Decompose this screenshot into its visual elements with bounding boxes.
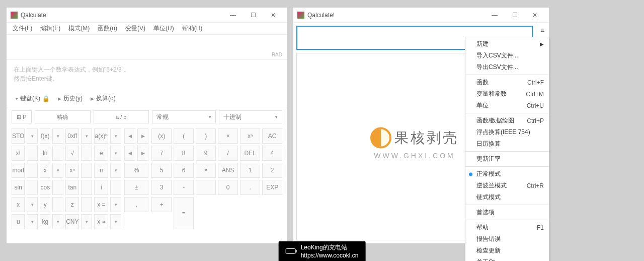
key[interactable]: DEL — [240, 146, 260, 161]
key[interactable]: mod — [12, 163, 25, 178]
key[interactable]: ▾ — [110, 214, 121, 229]
key[interactable]: 6 — [174, 163, 194, 178]
key[interactable]: (x) — [151, 128, 172, 144]
key-right[interactable]: ▶ — [137, 146, 148, 161]
key[interactable]: ▾ — [52, 214, 63, 229]
key[interactable] — [81, 146, 92, 161]
opt-decimal[interactable]: 十进制▾ — [219, 110, 283, 123]
key[interactable]: 0xff — [65, 128, 79, 144]
menu-item[interactable]: 新建▶ — [465, 38, 549, 50]
opt-normal[interactable]: 常规▾ — [152, 110, 216, 123]
key[interactable]: e — [94, 146, 108, 161]
key[interactable]: 2 — [262, 163, 282, 178]
key[interactable] — [52, 197, 63, 212]
key[interactable]: i — [94, 180, 108, 195]
menu-item[interactable]: 导入CSV文件... — [465, 50, 549, 61]
key[interactable]: ▾ — [27, 197, 38, 212]
key[interactable]: EXP — [262, 180, 282, 195]
opt-p[interactable]: ⊞ P — [12, 110, 32, 123]
key[interactable]: ▾ — [52, 163, 63, 178]
key-left[interactable]: ◀ — [124, 128, 135, 144]
key[interactable]: 8 — [174, 146, 194, 161]
key[interactable]: STO — [12, 128, 25, 144]
menu-item[interactable]: 帮助(H) — [178, 23, 207, 34]
key[interactable]: a(x)ᵇ — [94, 128, 108, 144]
menu-icon[interactable]: ≡ — [538, 25, 548, 35]
menu-item[interactable]: 函数(n) — [94, 23, 121, 34]
key[interactable]: x! — [12, 146, 25, 161]
key[interactable]: ) — [196, 128, 216, 144]
key-comma[interactable]: , — [124, 197, 148, 212]
key[interactable]: = — [174, 197, 194, 229]
menu-item[interactable]: 更新汇率 — [465, 153, 549, 165]
menu-item[interactable]: 正常模式 — [465, 168, 549, 180]
key[interactable]: 1 — [240, 163, 260, 178]
key[interactable]: ▾ — [110, 146, 121, 161]
key[interactable] — [81, 163, 92, 178]
key[interactable]: x — [40, 163, 50, 178]
key[interactable]: ▾ — [27, 214, 38, 229]
minimize-button[interactable]: — — [485, 8, 505, 22]
menu-item[interactable]: 报告错误 — [465, 233, 549, 245]
key[interactable]: × — [196, 163, 216, 178]
key[interactable]: tan — [65, 180, 79, 195]
menu-item[interactable]: 单位(U) — [149, 23, 178, 34]
key[interactable]: ln — [40, 146, 50, 161]
minimize-button[interactable]: — — [223, 8, 243, 22]
key[interactable] — [27, 146, 38, 161]
key[interactable]: π — [94, 163, 108, 178]
key[interactable]: xⁿ — [240, 128, 260, 144]
menu-item[interactable]: 检查更新 — [465, 245, 549, 256]
key[interactable]: 4 — [262, 146, 282, 161]
key[interactable] — [27, 180, 38, 195]
key[interactable]: ( — [174, 128, 194, 144]
menu-item[interactable]: 链式模式 — [465, 191, 549, 203]
menu-item[interactable]: 导出CSV文件... — [465, 61, 549, 73]
menu-item[interactable]: 逆波兰模式Ctrl+R — [465, 180, 549, 191]
key[interactable]: y — [40, 197, 50, 212]
key[interactable]: f(x) — [40, 128, 50, 144]
key[interactable]: z — [65, 197, 79, 212]
key[interactable]: √ — [65, 146, 79, 161]
tab-history[interactable]: ▶历史(y) — [54, 92, 87, 105]
key[interactable]: - — [174, 180, 194, 195]
key[interactable]: ▾ — [110, 128, 121, 144]
maximize-button[interactable]: ☐ — [243, 8, 263, 22]
key-plusminus[interactable]: ± — [124, 180, 148, 195]
menu-item[interactable]: 关于Qt — [465, 256, 549, 261]
key[interactable]: ▾ — [110, 163, 121, 178]
key[interactable] — [81, 180, 92, 195]
opt-exact[interactable]: 精确 — [35, 110, 91, 123]
maximize-button[interactable]: ☐ — [505, 8, 525, 22]
menu-item[interactable]: 变量和常数Ctrl+M — [465, 88, 549, 100]
key[interactable]: ▾ — [52, 128, 63, 144]
key[interactable]: CNY — [65, 214, 79, 229]
close-button[interactable]: ✕ — [525, 8, 545, 22]
tab-keyboard[interactable]: ▾键盘(K) 🔒 — [12, 92, 54, 105]
key[interactable]: ▾ — [27, 128, 38, 144]
menu-item[interactable]: 文件(F) — [9, 23, 36, 34]
key[interactable]: u — [12, 214, 25, 229]
key[interactable]: × — [218, 128, 238, 144]
key[interactable]: AC — [262, 128, 282, 144]
menu-item[interactable]: 日历换算 — [465, 138, 549, 150]
menu-item[interactable]: 变量(V) — [121, 23, 149, 34]
key-right[interactable]: ▶ — [137, 128, 148, 144]
key-left[interactable]: ◀ — [124, 146, 135, 161]
menu-item[interactable]: 单位Ctrl+U — [465, 100, 549, 111]
key[interactable]: 3 — [151, 180, 172, 195]
close-button[interactable]: ✕ — [263, 8, 283, 22]
menu-item[interactable]: 浮点换算(IEEE 754) — [465, 126, 549, 138]
menu-item[interactable]: 函数Ctrl+F — [465, 77, 549, 88]
key[interactable]: 5 — [151, 163, 172, 178]
menu-item[interactable]: 模式(M) — [64, 23, 94, 34]
menu-item[interactable]: 编辑(E) — [36, 23, 64, 34]
key[interactable]: ▾ — [81, 128, 92, 144]
menu-item[interactable]: 帮助F1 — [465, 222, 549, 233]
key[interactable]: / — [218, 146, 238, 161]
key[interactable]: xⁿ — [65, 163, 79, 178]
key[interactable]: x = — [94, 197, 108, 212]
key[interactable] — [196, 180, 216, 195]
opt-fraction[interactable]: a / b — [94, 110, 149, 123]
menu-item[interactable]: 函数/数据绘图Ctrl+P — [465, 115, 549, 126]
